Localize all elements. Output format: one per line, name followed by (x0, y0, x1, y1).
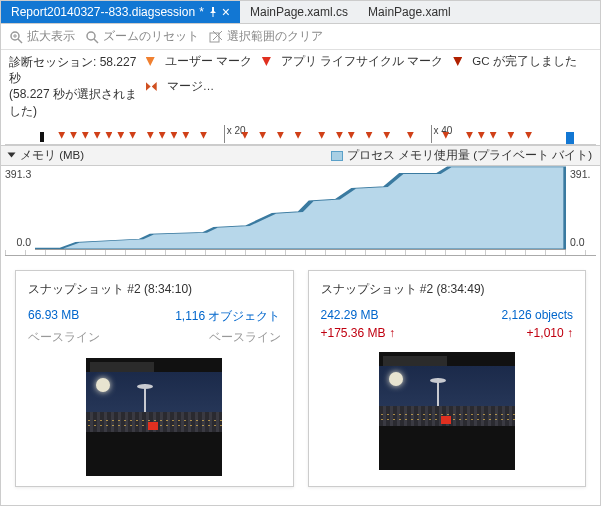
session-duration: 診断セッション: 58.227 秒 (9, 54, 146, 86)
series-label: プロセス メモリ使用量 (プライベート バイト) (347, 149, 592, 161)
delta-objects[interactable]: +1,010 ↑ (527, 326, 573, 340)
close-icon[interactable]: × (222, 5, 230, 19)
y-max: 391.3 (5, 168, 31, 180)
snapshot-card-2[interactable]: スナップショット #2 (8:34:49) 242.29 MB 2,126 ob… (308, 270, 587, 487)
merge-mark-icon (146, 82, 157, 91)
y-axis-right: 391. 0.0 (566, 166, 600, 250)
tab-report-diagsession[interactable]: Report20140327--833.diagsession* × (1, 1, 240, 23)
snapshot-objects-link[interactable]: 1,116 オブジェクト (175, 308, 280, 325)
snapshot-thumbnail (379, 352, 515, 470)
baseline-left: ベースライン (28, 329, 100, 346)
snapshot-card-1[interactable]: スナップショット #2 (8:34:10) 66.93 MB 1,116 オブジ… (15, 270, 294, 487)
zoom-in-label: 拡大表示 (27, 28, 75, 45)
user-mark-icon (146, 57, 155, 66)
tab-mainpage-xaml[interactable]: MainPage.xaml (358, 1, 461, 23)
snapshot-thumbnail (86, 358, 222, 476)
gc-mark-label: GC が完了しました (472, 54, 576, 69)
tab-mainpage-cs[interactable]: MainPage.xaml.cs (240, 1, 358, 23)
y-axis-left: 391.3 0.0 (1, 166, 35, 250)
y-min-r: 0.0 (570, 236, 596, 248)
gc-mark-icon (453, 57, 462, 66)
snapshot-mem-link[interactable]: 242.29 MB (321, 308, 379, 322)
merge-mark-label: マージ… (167, 79, 215, 94)
chart-title: メモリ (MB) (20, 148, 84, 163)
chart-legend: プロセス メモリ使用量 (プライベート バイト) (331, 148, 592, 163)
session-selection: (58.227 秒が選択されました) (9, 86, 146, 118)
tab-bar: Report20140327--833.diagsession* × MainP… (1, 1, 600, 24)
zoom-in-button[interactable]: 拡大表示 (9, 28, 75, 45)
clear-selection-icon (209, 30, 223, 44)
toolbar: 拡大表示 ズームのリセット 選択範囲のクリア (1, 24, 600, 50)
up-arrow-icon: ↑ (389, 326, 395, 340)
lifecycle-mark-icon (262, 57, 271, 66)
magnify-plus-icon (9, 30, 23, 44)
user-mark-label: ユーザー マーク (165, 54, 252, 69)
delta-mem[interactable]: +175.36 MB ↑ (321, 326, 395, 340)
tab-label: MainPage.xaml.cs (250, 5, 348, 19)
clear-selection-label: 選択範囲のクリア (227, 28, 323, 45)
pin-icon[interactable] (208, 7, 218, 17)
svg-rect-6 (210, 33, 219, 42)
svg-point-4 (87, 32, 95, 40)
tab-label: MainPage.xaml (368, 5, 451, 19)
snapshot-panel: スナップショット #2 (8:34:10) 66.93 MB 1,116 オブジ… (1, 256, 600, 501)
svg-line-1 (18, 39, 22, 43)
collapse-chart-icon[interactable] (8, 153, 16, 158)
tab-label: Report20140327--833.diagsession (11, 5, 195, 19)
marks-legend: ユーザー マーク アプリ ライフサイクル マーク GC が完了しました マージ… (146, 54, 592, 94)
snapshot-title: スナップショット #2 (8:34:10) (28, 281, 281, 298)
baseline-right: ベースライン (209, 329, 281, 346)
timeline-ruler[interactable]: x 20 x 40 (5, 123, 596, 145)
clear-selection-button[interactable]: 選択範囲のクリア (209, 28, 323, 45)
y-max-r: 391. (570, 168, 596, 180)
up-arrow-icon: ↑ (567, 326, 573, 340)
svg-line-5 (94, 39, 98, 43)
modified-indicator: * (199, 5, 204, 19)
y-min: 0.0 (5, 236, 31, 248)
lifecycle-mark-label: アプリ ライフサイクル マーク (281, 54, 443, 69)
snapshot-objects-link[interactable]: 2,126 objects (502, 308, 573, 322)
snapshot-title: スナップショット #2 (8:34:49) (321, 281, 574, 298)
memory-area-chart[interactable] (35, 166, 566, 250)
timeline-marks (5, 132, 596, 142)
series-color-swatch (331, 151, 343, 161)
session-info: 診断セッション: 58.227 秒 (58.227 秒が選択されました) (9, 54, 146, 119)
zoom-reset-button[interactable]: ズームのリセット (85, 28, 199, 45)
snapshot-mem-link[interactable]: 66.93 MB (28, 308, 79, 325)
magnify-reset-icon (85, 30, 99, 44)
zoom-reset-label: ズームのリセット (103, 28, 199, 45)
